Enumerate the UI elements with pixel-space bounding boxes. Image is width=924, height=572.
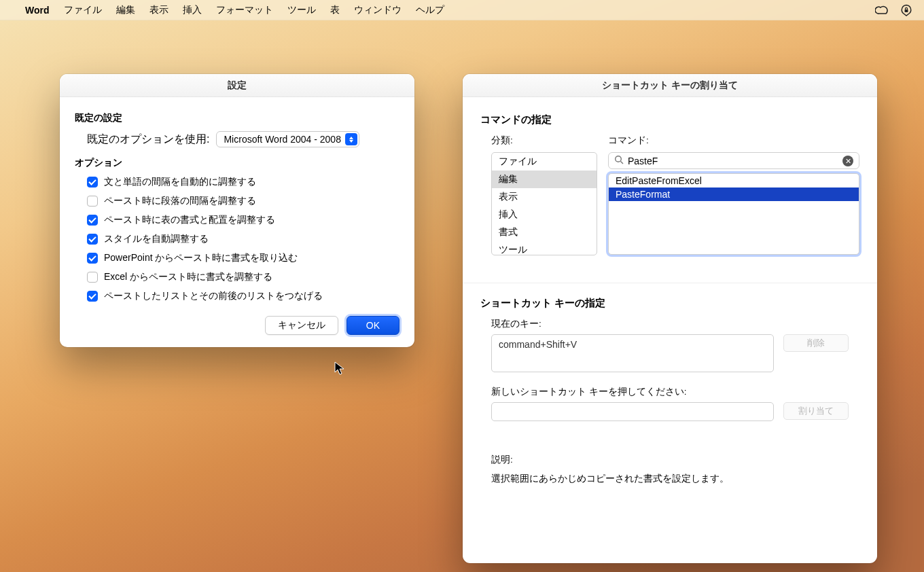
options-heading: オプション	[75, 157, 399, 169]
category-item[interactable]: ファイル	[492, 153, 597, 171]
default-option-label: 既定のオプションを使用:	[87, 132, 209, 147]
option-row[interactable]: Excel からペースト時に書式を調整する	[87, 271, 399, 283]
menu-table[interactable]: 表	[330, 4, 340, 16]
assign-button[interactable]: 割り当て	[783, 402, 849, 420]
option-row[interactable]: ペースト時に段落の間隔を調整する	[87, 195, 399, 207]
new-key-input[interactable]	[491, 402, 774, 421]
key-heading: ショートカット キーの指定	[480, 297, 859, 310]
checkbox[interactable]	[87, 196, 98, 207]
menu-window[interactable]: ウィンドウ	[354, 4, 402, 16]
command-heading: コマンドの指定	[480, 113, 859, 126]
default-option-select-wrap: Microsoft Word 2004 - 2008	[216, 131, 359, 147]
option-row[interactable]: 文と単語の間隔を自動的に調整する	[87, 176, 399, 188]
checkbox[interactable]	[87, 253, 98, 264]
option-label: PowerPoint からペースト時に書式を取り込む	[104, 252, 298, 264]
checkbox[interactable]	[87, 177, 98, 187]
svg-line-2	[621, 162, 624, 164]
settings-titlebar: 設定	[60, 74, 414, 97]
menu-view[interactable]: 表示	[149, 4, 168, 16]
category-list[interactable]: ファイル編集表示挿入書式ツール表 / 罫線	[491, 152, 597, 255]
checkbox[interactable]	[87, 291, 98, 302]
default-settings-heading: 既定の設定	[75, 112, 399, 124]
option-label: スタイルを自動調整する	[104, 233, 209, 245]
command-list[interactable]: EditPasteFromExcelPasteFormat	[608, 173, 859, 255]
category-label: 分類:	[491, 135, 597, 147]
default-option-select[interactable]: Microsoft Word 2004 - 2008	[216, 131, 359, 147]
checkbox[interactable]	[87, 215, 98, 226]
menu-tools[interactable]: ツール	[287, 4, 316, 16]
category-item[interactable]: 挿入	[492, 206, 597, 224]
ok-button[interactable]: OK	[346, 316, 399, 335]
checkbox[interactable]	[87, 234, 98, 245]
menubar: Word ファイル 編集 表示 挿入 フォーマット ツール 表 ウィンドウ ヘル…	[0, 0, 924, 20]
menu-insert[interactable]: 挿入	[183, 4, 202, 16]
command-item[interactable]: EditPasteFromExcel	[609, 174, 859, 187]
option-label: ペースト時に表の書式と配置を調整する	[104, 214, 275, 226]
option-row[interactable]: ペースト時に表の書式と配置を調整する	[87, 214, 399, 226]
menu-help[interactable]: ヘルプ	[416, 4, 444, 16]
option-row[interactable]: スタイルを自動調整する	[87, 233, 399, 245]
option-label: ペーストしたリストとその前後のリストをつなげる	[104, 290, 323, 302]
command-search-input[interactable]	[628, 156, 838, 166]
current-key-label: 現在のキー:	[491, 318, 859, 330]
command-item[interactable]: PasteFormat	[609, 187, 859, 201]
option-row[interactable]: ペーストしたリストとその前後のリストをつなげる	[87, 290, 399, 302]
settings-title: 設定	[228, 79, 247, 92]
delete-key-button[interactable]: 削除	[783, 334, 849, 352]
option-label: ペースト時に段落の間隔を調整する	[104, 195, 256, 207]
shortcut-window: ショートカット キーの割り当て コマンドの指定 分類: ファイル編集表示挿入書式…	[463, 74, 877, 563]
clear-search-icon[interactable]: ✕	[842, 156, 853, 166]
menu-format[interactable]: フォーマット	[216, 4, 273, 16]
svg-point-1	[616, 156, 622, 162]
menu-file[interactable]: ファイル	[64, 4, 102, 16]
category-item[interactable]: 編集	[492, 171, 597, 188]
category-item[interactable]: 書式	[492, 224, 597, 241]
menu-edit[interactable]: 編集	[116, 4, 135, 16]
mouse-cursor-icon	[334, 361, 345, 376]
creative-cloud-icon[interactable]	[875, 5, 890, 15]
app-name[interactable]: Word	[25, 5, 50, 16]
option-row[interactable]: PowerPoint からペースト時に書式を取り込む	[87, 252, 399, 264]
menubar-tray	[875, 4, 913, 16]
category-item[interactable]: 表示	[492, 188, 597, 206]
command-search: ✕	[608, 152, 859, 169]
divider	[463, 283, 877, 283]
category-item[interactable]: ツール	[492, 241, 597, 255]
description-text: 選択範囲にあらかじめコピーされた書式を設定します。	[491, 473, 859, 485]
shortcut-title: ショートカット キーの割り当て	[602, 79, 738, 92]
shortcut-titlebar: ショートカット キーの割り当て	[463, 74, 877, 97]
command-label: コマンド:	[608, 135, 859, 147]
option-label: 文と単語の間隔を自動的に調整する	[104, 176, 256, 188]
new-key-label: 新しいショートカット キーを押してください:	[491, 386, 859, 398]
svg-rect-0	[905, 10, 908, 12]
search-icon	[614, 155, 624, 166]
settings-window: 設定 既定の設定 既定のオプションを使用: Microsoft Word 200…	[60, 74, 414, 347]
checkbox[interactable]	[87, 272, 98, 283]
description-label: 説明:	[491, 454, 859, 466]
option-label: Excel からペースト時に書式を調整する	[104, 271, 272, 283]
current-key-box[interactable]: command+Shift+V	[491, 334, 774, 372]
location-lock-icon[interactable]	[900, 4, 913, 16]
cancel-button[interactable]: キャンセル	[265, 316, 338, 335]
